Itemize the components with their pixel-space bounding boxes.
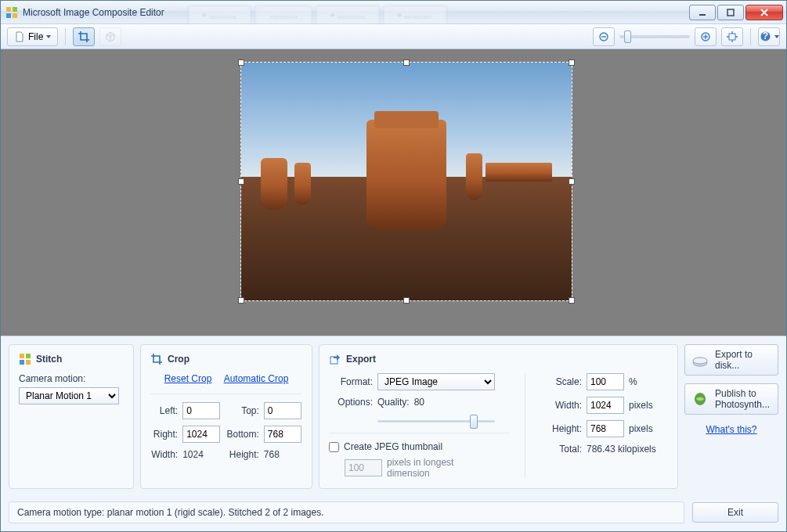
export-to-disk-button[interactable]: Export to disk...	[684, 344, 778, 376]
exit-button[interactable]: Exit	[692, 502, 778, 523]
format-label: Format:	[329, 376, 373, 387]
minimize-button[interactable]	[689, 5, 716, 20]
window-title: Microsoft Image Composite Editor	[23, 7, 164, 18]
camera-motion-select[interactable]: Planar Motion 1	[19, 387, 119, 404]
quality-slider[interactable]	[377, 414, 495, 428]
zoom-slider-thumb[interactable]	[624, 31, 631, 43]
crop-heading: Crop	[168, 354, 190, 365]
canvas-viewport[interactable]	[1, 49, 786, 336]
cube-icon	[104, 31, 117, 43]
crop-handle-se[interactable]	[569, 297, 575, 304]
svg-rect-1	[13, 7, 17, 12]
svg-rect-14	[20, 354, 24, 358]
crop-icon	[150, 353, 163, 365]
close-button[interactable]	[745, 5, 783, 20]
crop-handle-n[interactable]	[403, 59, 410, 66]
publish-photosynth-label: Publish to Photosynth...	[715, 388, 771, 411]
svg-rect-11	[729, 34, 735, 40]
crop-handle-s[interactable]	[403, 297, 410, 304]
height-label: Height:	[226, 449, 259, 460]
document-icon	[14, 31, 25, 42]
options-label: Options:	[329, 397, 373, 408]
minus-icon	[598, 31, 609, 42]
crop-handle-ne[interactable]	[569, 59, 575, 66]
camera-motion-label: Camera motion:	[19, 373, 124, 384]
quality-slider-thumb[interactable]	[470, 415, 478, 429]
whats-this-link[interactable]: What's this?	[706, 424, 757, 435]
scale-label: Scale:	[538, 376, 582, 387]
svg-rect-15	[26, 354, 31, 358]
top-label: Top:	[226, 405, 259, 416]
ex-width-label: Width:	[538, 400, 582, 411]
total-value: 786.43 kilopixels	[587, 444, 656, 455]
svg-point-20	[693, 358, 707, 364]
width-label: Width:	[150, 449, 178, 460]
crop-tool-button[interactable]	[73, 27, 95, 46]
stitch-panel: Stitch Camera motion: Planar Motion 1	[9, 344, 134, 489]
fit-screen-button[interactable]	[721, 27, 743, 46]
crop-icon	[78, 31, 90, 43]
svg-rect-7	[601, 36, 606, 37]
crop-left-input[interactable]	[182, 402, 220, 419]
zoom-out-button[interactable]	[593, 27, 615, 46]
stitch-heading: Stitch	[36, 354, 62, 365]
ex-height-input[interactable]	[587, 420, 624, 437]
crop-handle-w[interactable]	[238, 178, 244, 185]
svg-rect-10	[705, 34, 706, 39]
reset-crop-link[interactable]: Reset Crop	[164, 373, 212, 384]
crop-panel: Crop Reset Crop Automatic Crop Left: Top…	[140, 344, 312, 489]
svg-rect-17	[26, 360, 31, 365]
status-text: Camera motion type: planar motion 1 (rig…	[9, 501, 684, 523]
publish-photosynth-button[interactable]: Publish to Photosynth...	[684, 383, 778, 415]
quality-value: 80	[414, 397, 424, 408]
plus-icon	[700, 31, 711, 42]
left-label: Left:	[150, 405, 178, 416]
zoom-in-button[interactable]	[695, 27, 717, 46]
help-button[interactable]: ?	[758, 27, 780, 46]
crop-width-value: 1024	[182, 449, 221, 460]
crop-handle-e[interactable]	[569, 178, 575, 185]
bottom-bar: Camera motion type: planar motion 1 (rig…	[1, 497, 786, 531]
create-thumbnail-input[interactable]	[329, 442, 339, 452]
thumbnail-suffix: pixels in longest dimension	[387, 457, 473, 479]
right-label: Right:	[150, 429, 178, 440]
automatic-crop-link[interactable]: Automatic Crop	[224, 373, 289, 384]
toolbar: File ?	[1, 24, 786, 49]
svg-text:?: ?	[762, 31, 767, 41]
ex-width-input[interactable]	[587, 397, 624, 414]
create-thumbnail-checkbox[interactable]: Create JPEG thumbnail	[329, 441, 509, 452]
file-menu-button[interactable]: File	[7, 27, 58, 46]
crop-height-value: 768	[264, 449, 302, 460]
chevron-down-icon	[46, 35, 51, 38]
format-select[interactable]: JPEG Image	[377, 373, 495, 390]
titlebar: Microsoft Image Composite Editor ▫ ………………	[1, 1, 786, 24]
px-unit2: pixels	[629, 423, 653, 434]
crop-bottom-input[interactable]	[264, 426, 301, 443]
svg-rect-2	[6, 13, 11, 18]
maximize-button[interactable]	[717, 5, 744, 20]
file-label: File	[28, 31, 43, 42]
crop-handle-sw[interactable]	[238, 297, 244, 304]
crop-handle-nw[interactable]	[238, 59, 244, 66]
right-column: Export to disk... Publish to Photosynth.…	[684, 344, 778, 489]
scale-input[interactable]	[587, 373, 624, 390]
panorama-preview[interactable]	[240, 62, 572, 301]
bottom-label: Bottom:	[226, 429, 259, 440]
svg-rect-4	[699, 14, 706, 16]
disk-icon	[691, 351, 709, 368]
blurred-background-tabs: ▫ ………………▫ ………▫ ………	[188, 1, 688, 23]
app-icon	[5, 6, 18, 19]
zoom-slider[interactable]	[619, 35, 690, 38]
total-label: Total:	[538, 444, 582, 455]
export-heading: Export	[346, 354, 376, 365]
svg-rect-0	[6, 7, 11, 12]
svg-rect-5	[727, 9, 734, 16]
crop-top-input[interactable]	[264, 402, 301, 419]
export-to-disk-label: Export to disk...	[715, 349, 771, 372]
cube-tool-button[interactable]	[99, 27, 121, 46]
export-panel: Export Format: JPEG Image Options: Quali…	[319, 344, 678, 489]
help-icon: ?	[760, 31, 771, 42]
panel-row: Stitch Camera motion: Planar Motion 1 Cr…	[1, 336, 786, 497]
crop-right-input[interactable]	[182, 426, 220, 443]
scale-unit: %	[629, 376, 637, 387]
